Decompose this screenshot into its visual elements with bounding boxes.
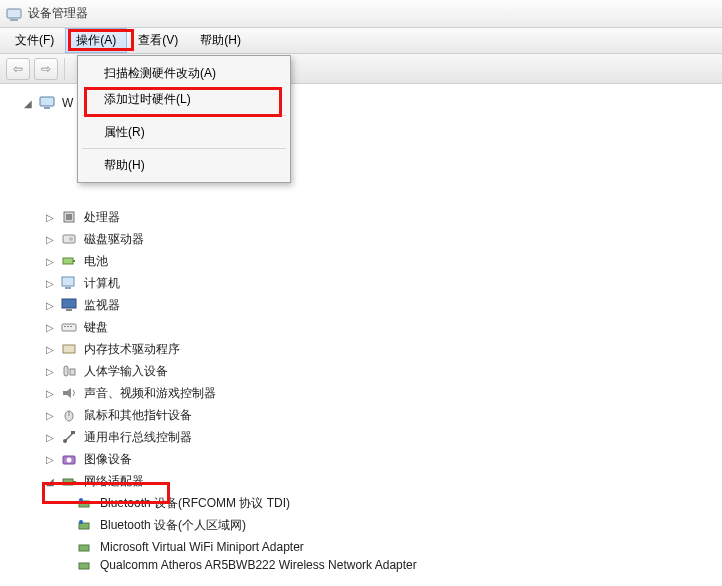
tree-root-label: W <box>60 95 75 111</box>
tree-node-label: 监视器 <box>82 296 122 315</box>
svg-rect-3 <box>44 107 50 109</box>
svg-rect-18 <box>63 345 75 353</box>
tree-node-label: 键盘 <box>82 318 110 337</box>
menu-file[interactable]: 文件(F) <box>4 28 65 53</box>
expand-icon[interactable]: ▷ <box>44 453 56 465</box>
chip-icon <box>60 341 78 357</box>
tree-node-label: 磁盘驱动器 <box>82 230 146 249</box>
network-icon <box>60 473 78 489</box>
tree-node-keyboard[interactable]: ▷ 键盘 <box>6 316 718 338</box>
app-icon <box>6 6 22 22</box>
sound-icon <box>60 385 78 401</box>
svg-rect-19 <box>64 366 68 376</box>
tree-node-label: 图像设备 <box>82 450 134 469</box>
network-adapter-icon <box>76 495 94 511</box>
tree-node-imaging[interactable]: ▷ 图像设备 <box>6 448 718 470</box>
dropdown-separator <box>82 148 286 149</box>
svg-rect-0 <box>7 9 21 18</box>
svg-rect-14 <box>62 324 76 331</box>
dropdown-scan-hardware[interactable]: 扫描检测硬件改动(A) <box>80 60 288 86</box>
tree-node-label: 处理器 <box>82 208 122 227</box>
tree-node-label: 人体学输入设备 <box>82 362 170 381</box>
tree-node-network[interactable]: ◢ 网络适配器 <box>6 470 718 492</box>
tree-leaf-atheros[interactable]: Qualcomm Atheros AR5BWB222 Wireless Netw… <box>6 558 718 572</box>
tree-node-hid[interactable]: ▷ 人体学输入设备 <box>6 360 718 382</box>
svg-rect-15 <box>64 326 66 327</box>
svg-rect-1 <box>10 19 18 21</box>
expand-icon[interactable]: ▷ <box>44 255 56 267</box>
svg-point-27 <box>67 458 72 463</box>
pc-icon <box>60 275 78 291</box>
dropdown-help[interactable]: 帮助(H) <box>80 152 288 178</box>
usb-icon <box>60 429 78 445</box>
svg-rect-2 <box>40 97 54 106</box>
tree-node-label: 内存技术驱动程序 <box>82 340 182 359</box>
nav-back-button[interactable]: ⇦ <box>6 58 30 80</box>
camera-icon <box>60 451 78 467</box>
tree-node-battery[interactable]: ▷ 电池 <box>6 250 718 272</box>
nav-forward-button[interactable]: ⇨ <box>34 58 58 80</box>
menu-help[interactable]: 帮助(H) <box>189 28 252 53</box>
svg-rect-9 <box>73 260 75 262</box>
expand-icon[interactable]: ▷ <box>44 431 56 443</box>
tree-node-label: 声音、视频和游戏控制器 <box>82 384 218 403</box>
mouse-icon <box>60 407 78 423</box>
network-adapter-icon <box>76 517 94 533</box>
window-title: 设备管理器 <box>28 5 88 22</box>
collapse-icon[interactable]: ◢ <box>44 475 56 487</box>
network-adapter-icon <box>76 558 94 572</box>
battery-icon <box>60 253 78 269</box>
expand-icon[interactable]: ▷ <box>44 233 56 245</box>
disk-icon <box>60 231 78 247</box>
dropdown-properties[interactable]: 属性(R) <box>80 119 288 145</box>
tree-node-computer[interactable]: ▷ 计算机 <box>6 272 718 294</box>
tree-leaf-label: Bluetooth 设备(RFCOMM 协议 TDI) <box>98 494 292 513</box>
computer-icon <box>38 95 56 111</box>
tree-node-label: 电池 <box>82 252 110 271</box>
tree-leaf-label: Bluetooth 设备(个人区域网) <box>98 516 248 535</box>
tree-leaf-label: Qualcomm Atheros AR5BWB222 Wireless Netw… <box>98 558 419 572</box>
collapse-icon[interactable]: ◢ <box>22 97 34 109</box>
expand-icon[interactable]: ▷ <box>44 365 56 377</box>
dropdown-add-legacy-hardware[interactable]: 添加过时硬件(L) <box>80 86 288 112</box>
menubar: 文件(F) 操作(A) 查看(V) 帮助(H) <box>0 28 722 54</box>
svg-rect-16 <box>67 326 69 327</box>
tree-node-label: 网络适配器 <box>82 472 146 491</box>
svg-rect-25 <box>71 431 75 434</box>
svg-rect-28 <box>63 479 73 485</box>
dropdown-separator <box>82 115 286 116</box>
action-dropdown: 扫描检测硬件改动(A) 添加过时硬件(L) 属性(R) 帮助(H) <box>77 55 291 183</box>
hid-icon <box>60 363 78 379</box>
keyboard-icon <box>60 319 78 335</box>
monitor-icon <box>60 297 78 313</box>
tree-node-cpu[interactable]: ▷ 处理器 <box>6 206 718 228</box>
tree-leaf-bt-pan[interactable]: Bluetooth 设备(个人区域网) <box>6 514 718 536</box>
tree-node-sound[interactable]: ▷ 声音、视频和游戏控制器 <box>6 382 718 404</box>
tree-node-label: 计算机 <box>82 274 122 293</box>
expand-icon[interactable]: ▷ <box>44 299 56 311</box>
toolbar-separator <box>64 58 65 80</box>
tree-node-memory[interactable]: ▷ 内存技术驱动程序 <box>6 338 718 360</box>
expand-icon[interactable]: ▷ <box>44 211 56 223</box>
svg-rect-5 <box>66 214 72 220</box>
expand-icon[interactable]: ▷ <box>44 321 56 333</box>
menu-view[interactable]: 查看(V) <box>127 28 189 53</box>
tree-leaf-virtual-wifi[interactable]: Microsoft Virtual WiFi Miniport Adapter <box>6 536 718 558</box>
svg-point-7 <box>69 237 73 241</box>
expand-icon[interactable]: ▷ <box>44 277 56 289</box>
tree-node-label: 鼠标和其他指针设备 <box>82 406 194 425</box>
svg-rect-35 <box>79 563 89 569</box>
menu-action[interactable]: 操作(A) <box>65 28 127 53</box>
tree-node-disk[interactable]: ▷ 磁盘驱动器 <box>6 228 718 250</box>
titlebar: 设备管理器 <box>0 0 722 28</box>
tree-node-monitor[interactable]: ▷ 监视器 <box>6 294 718 316</box>
tree-leaf-bt-rfcomm[interactable]: Bluetooth 设备(RFCOMM 协议 TDI) <box>6 492 718 514</box>
svg-rect-20 <box>70 369 75 375</box>
svg-rect-8 <box>63 258 73 264</box>
expand-icon[interactable]: ▷ <box>44 387 56 399</box>
expand-icon[interactable]: ▷ <box>44 343 56 355</box>
tree-node-mouse[interactable]: ▷ 鼠标和其他指针设备 <box>6 404 718 426</box>
tree-leaf-label: Microsoft Virtual WiFi Miniport Adapter <box>98 539 306 555</box>
expand-icon[interactable]: ▷ <box>44 409 56 421</box>
tree-node-usb[interactable]: ▷ 通用串行总线控制器 <box>6 426 718 448</box>
